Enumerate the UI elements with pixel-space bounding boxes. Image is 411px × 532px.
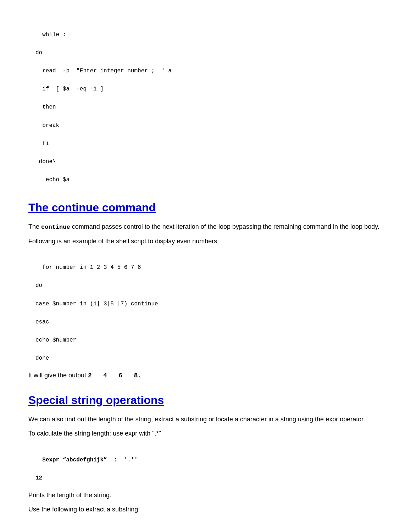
top-code-block: while : do read -p "Enter integer number… (28, 18, 383, 188)
special-string-paragraph-1: We can also find out the length of the s… (28, 414, 383, 425)
continue-output-paragraph: It will give the output 2 4 6 8. (28, 370, 383, 381)
continue-code-line-4: esac (35, 319, 49, 325)
continue-code-line-6: done (35, 355, 49, 361)
top-code-line-7: fi (35, 140, 49, 147)
top-code-line-6: break (35, 122, 59, 129)
top-code-line-4: if [ $a -eq -1 ] (35, 86, 104, 92)
continue-code-line-2: do (35, 282, 42, 289)
special-string-paragraph-3: Prints the length of the string. (28, 490, 383, 500)
continue-inline-code: continue (41, 224, 70, 231)
continue-code-block: for number in 1 2 3 4 5 6 7 8 do case $n… (28, 251, 383, 367)
top-code-line-1: while : (42, 32, 66, 38)
top-code-line-5: then (35, 104, 56, 110)
top-code-line-8: done\ (35, 159, 56, 165)
special-string-code-1-line-2: 12 (35, 475, 42, 481)
continue-output-value: 2 4 6 8. (88, 372, 141, 379)
top-code-line-9: echo $a (35, 177, 70, 183)
continue-paragraph-2: Following is an example of the shell scr… (28, 236, 383, 246)
continue-heading: The continue command (28, 199, 383, 216)
continue-paragraph-1: The continue command passes control to t… (28, 222, 383, 232)
special-string-paragraph-4: Use the following to extract a substring… (28, 504, 383, 515)
top-code-line-2: do (35, 50, 42, 56)
continue-code-line-3: case $number in (1| 3|5 |7) continue (35, 301, 158, 307)
special-string-paragraph-2: To calculate the string length: use expr… (28, 428, 383, 439)
continue-code-line-5: echo $number (35, 337, 76, 343)
special-string-heading: Special string operations (28, 392, 383, 409)
special-string-code-1: $expr “abcdefghijk” : '.*' 12 (28, 443, 383, 486)
special-string-code-2: $expr “abcd” : '..\(..\)' cd (28, 519, 383, 532)
special-string-code-1-line-1: $expr “abcdefghijk” : '.*' (42, 457, 138, 463)
top-code-line-3: read -p "Enter integer number ; ' a (35, 68, 172, 74)
continue-code-line-1: for number in 1 2 3 4 5 6 7 8 (42, 264, 141, 271)
